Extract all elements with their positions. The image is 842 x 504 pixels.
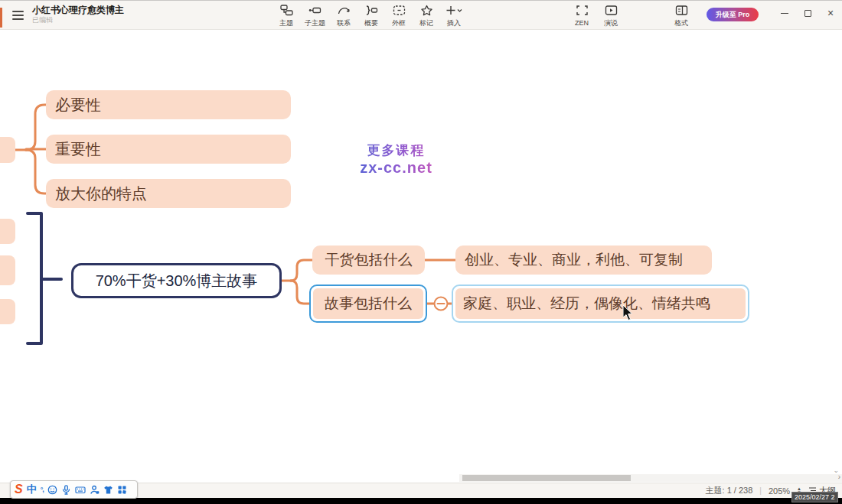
ime-emoji-button[interactable]	[47, 485, 57, 495]
insert-plus-icon	[445, 5, 462, 16]
horizontal-scroll-right-icon[interactable]: ›	[838, 473, 840, 481]
insert-button[interactable]: 插入	[443, 4, 465, 28]
zen-icon	[576, 5, 589, 16]
tool-label: 插入	[447, 19, 461, 27]
subtopic-icon	[308, 5, 321, 16]
ime-voice-button[interactable]	[61, 485, 71, 495]
format-toolbar: 格式	[671, 4, 692, 28]
keyboard-icon	[75, 485, 86, 495]
clipped-topic-node[interactable]	[0, 137, 15, 163]
sogou-ime-bar[interactable]: S 中 °,	[10, 480, 138, 499]
document-title: 小红书心理疗愈类博主	[32, 5, 124, 16]
mouse-cursor	[623, 305, 635, 322]
tool-label: 子主题	[305, 19, 325, 27]
hamburger-icon	[12, 11, 24, 12]
topic-text: 放大你的特点	[55, 184, 147, 204]
document-status: 已编辑	[32, 16, 124, 24]
tool-label: 概要	[364, 19, 378, 27]
horizontal-scroll-thumb[interactable]	[462, 475, 631, 481]
clipped-topic-node[interactable]	[0, 219, 15, 244]
topic-node-necessity[interactable]: 必要性	[46, 90, 291, 119]
topic-text: 家庭、职业、经历，偶像化、情绪共鸣	[463, 294, 710, 314]
topic-button[interactable]: 主题	[276, 4, 297, 28]
topic-text: 创业、专业、商业，利他、可复制	[465, 250, 683, 270]
summary-icon	[365, 5, 378, 16]
topic-counter: 主题: 1 / 238	[706, 485, 753, 496]
topic-text: 70%干货+30%博主故事	[96, 271, 258, 291]
emoji-icon	[47, 485, 57, 495]
xmind-window: 小红书心理疗愈类博主 已编辑 主题 子主题	[0, 0, 842, 497]
tool-label: ZEN	[575, 19, 589, 27]
boundary-button[interactable]: 外框	[388, 4, 410, 28]
window-controls: ×	[778, 4, 837, 22]
video-frame: 小红书心理疗愈类博主 已编辑 主题 子主题	[0, 0, 842, 504]
watermark-title: 更多课程	[333, 141, 459, 159]
topic-node-story-detail[interactable]: 家庭、职业、经历，偶像化、情绪共鸣	[452, 285, 749, 323]
topic-text: 重要性	[55, 139, 101, 160]
topic-node-center[interactable]: 70%干货+30%博主故事	[71, 263, 282, 298]
maximize-button[interactable]	[801, 6, 814, 20]
tool-label: 外框	[392, 19, 406, 27]
titlebar: 小红书心理疗愈类博主 已编辑 主题 子主题	[0, 1, 842, 30]
topic-text: 必要性	[55, 95, 101, 115]
summary-bracket	[28, 213, 61, 343]
shirt-icon	[103, 485, 113, 495]
ime-skin-button[interactable]	[103, 485, 113, 495]
marker-button[interactable]: 标记	[416, 4, 437, 28]
subtopic-button[interactable]: 子主题	[303, 4, 327, 28]
collapse-button[interactable]	[435, 298, 448, 311]
topic-text: 干货包括什么	[325, 250, 413, 270]
ime-punctuation-button[interactable]: °,	[41, 486, 44, 493]
watermark: 更多课程 zx-cc.net	[333, 141, 459, 177]
summary-button[interactable]: 概要	[361, 4, 382, 28]
relationship-icon	[338, 5, 351, 16]
ime-chinese-mode-button[interactable]: 中	[27, 483, 37, 496]
title-block: 小红书心理疗愈类博主 已编辑	[32, 5, 124, 24]
minimize-button[interactable]	[778, 6, 791, 20]
tool-label: 格式	[674, 19, 688, 27]
close-icon: ×	[827, 8, 834, 18]
mindmap-canvas[interactable]: 必要性 重要性 放大你的特点 更多课程 zx-cc.net 70%干货+30%博…	[0, 30, 842, 483]
main-toolbar: 主题 子主题 联系 概	[276, 4, 465, 28]
upgrade-pro-button[interactable]: 升级至 Pro	[707, 8, 759, 21]
marker-star-icon	[420, 5, 433, 16]
horizontal-scrollbar[interactable]: ›	[459, 474, 842, 482]
orange-branch-lines	[15, 105, 47, 193]
boundary-icon	[393, 5, 406, 16]
sogou-logo-icon[interactable]: S	[15, 483, 23, 496]
tool-label: 联系	[337, 19, 351, 27]
ime-keyboard-button[interactable]	[75, 485, 86, 495]
presentation-button[interactable]: 演说	[600, 4, 622, 28]
watermark-url: zx-cc.net	[333, 159, 459, 177]
minimize-icon	[781, 13, 788, 14]
tool-label: 标记	[419, 19, 433, 27]
topic-icon	[280, 5, 293, 16]
ime-account-button[interactable]	[90, 485, 100, 495]
zoom-level: 205%	[769, 486, 790, 496]
topic-node-amplify[interactable]: 放大你的特点	[46, 179, 291, 208]
person-icon	[90, 485, 100, 495]
topic-text: 故事包括什么	[325, 294, 412, 314]
close-button[interactable]: ×	[824, 6, 837, 20]
topic-node-drygoods-detail[interactable]: 创业、专业、商业，利他、可复制	[455, 245, 712, 275]
ime-toolbox-button[interactable]	[117, 485, 127, 495]
presentation-icon	[605, 5, 618, 16]
format-panel-button[interactable]: 格式	[671, 4, 692, 28]
tool-label: 演说	[604, 19, 618, 27]
clipped-topic-node[interactable]	[0, 299, 15, 324]
zen-mode-button[interactable]: ZEN	[571, 4, 592, 28]
relationship-button[interactable]: 联系	[333, 4, 354, 28]
clipped-topic-node[interactable]	[0, 255, 15, 285]
microphone-icon	[61, 485, 71, 495]
tool-label: 主题	[279, 19, 293, 27]
grid-icon	[117, 485, 127, 495]
topic-node-drygoods[interactable]: 干货包括什么	[312, 245, 425, 275]
menu-button[interactable]	[12, 11, 24, 20]
statusbar-divider: |	[759, 486, 762, 495]
maximize-icon	[804, 10, 811, 17]
topic-node-importance[interactable]: 重要性	[46, 135, 291, 164]
background-window-sliver	[0, 8, 2, 28]
format-panel-icon	[675, 5, 688, 16]
date-tooltip: 2025/02/27 2	[791, 492, 838, 502]
topic-node-story[interactable]: 故事包括什么	[309, 285, 427, 323]
